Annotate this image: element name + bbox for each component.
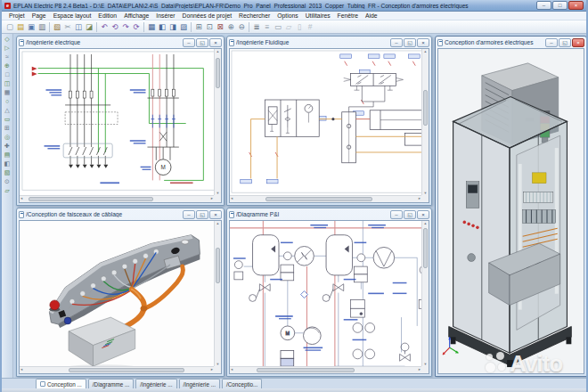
insert-plc-icon[interactable]: ◎ (3, 133, 12, 142)
menu-projet[interactable]: Projet (5, 12, 29, 19)
tab-conception[interactable]: Conception ... (36, 379, 86, 388)
snap-icon[interactable]: ⊡ (204, 21, 215, 32)
minimize-button[interactable]: – (390, 38, 403, 47)
inactive-tool-1-icon[interactable]: ▱ (283, 21, 294, 32)
window-fluid-titlebar[interactable]: /Ingénierie Fluidique – ◱ × (227, 37, 431, 48)
tab-ingenierie-2[interactable]: /Ingénierie ... (179, 379, 220, 388)
menu-edition[interactable]: Edition (94, 12, 120, 19)
menu-page[interactable]: Page (29, 12, 50, 19)
minimize-button[interactable]: – (183, 210, 195, 219)
open-project-icon[interactable]: ▤ (15, 21, 26, 32)
restore-button[interactable]: ◱ (404, 38, 416, 47)
harness-3d-canvas[interactable]: ▴▾ ◂▸ (19, 220, 222, 374)
insert-interruption-icon[interactable]: △ (3, 106, 12, 115)
redo-icon[interactable]: ↷ (120, 21, 131, 32)
tab-conception-2[interactable]: /Conceptio... (222, 379, 262, 388)
format-painter-icon[interactable]: ▧ (52, 21, 62, 32)
minimize-button[interactable]: – (390, 210, 403, 219)
close-button[interactable]: × (568, 1, 584, 10)
insert-terminal-icon[interactable]: ⊕ (3, 61, 12, 70)
tab-diagramme[interactable]: /Diagramme ... (88, 379, 134, 388)
minimize-button[interactable]: – (536, 1, 551, 10)
page-filter-icon[interactable]: ▨ (178, 21, 189, 32)
save-icon[interactable]: ▣ (26, 21, 37, 32)
vertical-scrollbar[interactable]: ▴▾ (421, 221, 429, 366)
fluid-schematic-canvas[interactable]: ▴▾ ◂▸ (229, 48, 429, 203)
eplan-application-window: e EPLAN Electric P8 2.4 Beta1 - D:\E_DAT… (0, 0, 588, 392)
window-pid-titlebar[interactable]: /Diagramme P&I – ◱ × (227, 208, 431, 220)
minimize-button[interactable]: – (183, 38, 195, 47)
vertical-scrollbar[interactable]: ▴▾ (214, 49, 221, 195)
cabinet-3d-canvas[interactable] (437, 48, 584, 374)
insert-device-icon[interactable]: ▷ (3, 44, 12, 53)
pid-schematic-canvas[interactable]: M ▴▾ ◂▸ (229, 220, 429, 374)
window-electrical-titlebar[interactable]: /Ingénierie électrique – ◱ × (17, 37, 224, 48)
menu-rechercher[interactable]: Rechercher (235, 12, 274, 19)
restore-button[interactable]: ◱ (559, 38, 571, 47)
hash-grid-icon[interactable]: # (305, 21, 315, 32)
undo-list-icon[interactable]: ⟲ (110, 21, 120, 32)
maximize-button[interactable]: □ (552, 1, 568, 10)
menu-utilitaires[interactable]: Utilitaires (302, 12, 334, 19)
menu-options[interactable]: Options (274, 12, 301, 19)
graphic-box-icon[interactable]: ▭ (273, 21, 283, 32)
titlebar[interactable]: e EPLAN Electric P8 2.4 Beta1 - D:\E_DAT… (2, 0, 586, 12)
insert-point-icon[interactable]: ⊙ (3, 177, 12, 186)
window-harness-titlebar[interactable]: /Conception de faisceaux de câblage – ◱ … (17, 208, 224, 220)
electrical-schematic-canvas[interactable]: M ▴▾ ◂▸ (19, 48, 222, 203)
properties-icon[interactable]: ≡ (262, 21, 273, 32)
insert-shape-icon[interactable]: ▱ (3, 186, 12, 195)
insert-potential-icon[interactable]: ○ (3, 97, 12, 106)
menu-espace-layout[interactable]: Espace layout (50, 12, 95, 19)
menu-aide[interactable]: Aide (362, 12, 381, 19)
undo-icon[interactable]: ↶ (99, 21, 110, 32)
restore-button[interactable]: ◱ (196, 38, 208, 47)
horizontal-scrollbar[interactable]: ◂▸ (230, 195, 421, 202)
restore-button[interactable]: ◱ (196, 210, 208, 219)
insert-window-macro-icon[interactable]: ▦ (3, 88, 12, 97)
insert-connection-icon[interactable]: ≈ (3, 53, 12, 61)
layers-icon[interactable]: ≣ (251, 21, 262, 32)
minimize-button[interactable]: – (545, 38, 558, 47)
horizontal-scrollbar[interactable]: ◂▸ (230, 366, 421, 373)
zoom-out-icon[interactable]: ⊖ (236, 21, 247, 32)
close-button[interactable]: × (209, 38, 222, 47)
previous-page-icon[interactable]: ◧ (157, 21, 167, 32)
menu-inserer[interactable]: Insérer (152, 12, 178, 19)
print-icon[interactable]: ▥ (37, 21, 47, 32)
close-button[interactable]: × (417, 210, 429, 219)
inactive-tool-2-icon[interactable]: ▯ (294, 21, 305, 32)
insert-half-icon[interactable]: ◧ (3, 159, 12, 168)
new-page-icon[interactable]: ▢ (4, 21, 15, 32)
insert-cross-ref-icon[interactable]: ✚ (3, 142, 12, 151)
page-navigator-icon[interactable]: ▦ (146, 21, 157, 32)
insert-table-icon[interactable]: ▤ (3, 151, 12, 159)
vertical-scrollbar[interactable]: ▴▾ (421, 49, 429, 195)
insert-symbol-icon[interactable]: ◇ (3, 35, 12, 44)
horizontal-scrollbar[interactable]: ◂▸ (20, 195, 214, 202)
vertical-scrollbar[interactable]: ▴▾ (214, 221, 221, 366)
close-button[interactable]: × (209, 210, 222, 219)
redo-list-icon[interactable]: ⟳ (131, 21, 142, 32)
paste-icon[interactable]: ◪ (84, 21, 94, 32)
insert-grid-icon[interactable]: ⊞ (3, 124, 12, 133)
insert-graphic-icon[interactable]: ▭ (3, 115, 12, 124)
insert-macro-icon[interactable]: ◫ (3, 79, 12, 88)
horizontal-scrollbar[interactable]: ◂▸ (20, 366, 214, 373)
menu-affichage[interactable]: Affichage (120, 12, 152, 19)
tab-ingenierie-1[interactable]: /Ingénierie ... (135, 379, 176, 388)
close-button[interactable]: × (572, 38, 584, 47)
restore-button[interactable]: ◱ (404, 210, 416, 219)
insert-hatch-icon[interactable]: ▧ (3, 168, 12, 177)
close-button[interactable]: × (417, 38, 429, 47)
menu-fenetre[interactable]: Fenêtre (334, 12, 362, 19)
zoom-in-icon[interactable]: ⊕ (225, 21, 236, 32)
window-cabinet-titlebar[interactable]: Conception d'armoires électriques – ◱ × (436, 37, 586, 48)
grid-icon[interactable]: ⊞ (193, 21, 204, 32)
insert-box-icon[interactable]: □ (3, 70, 12, 79)
zoom-window-icon[interactable]: ⊠ (215, 21, 225, 32)
menu-donnees-de-projet[interactable]: Données de projet (179, 12, 236, 19)
cut-icon[interactable]: ✂ (62, 21, 73, 32)
next-page-icon[interactable]: ◨ (167, 21, 178, 32)
copy-icon[interactable]: ◫ (73, 21, 84, 32)
